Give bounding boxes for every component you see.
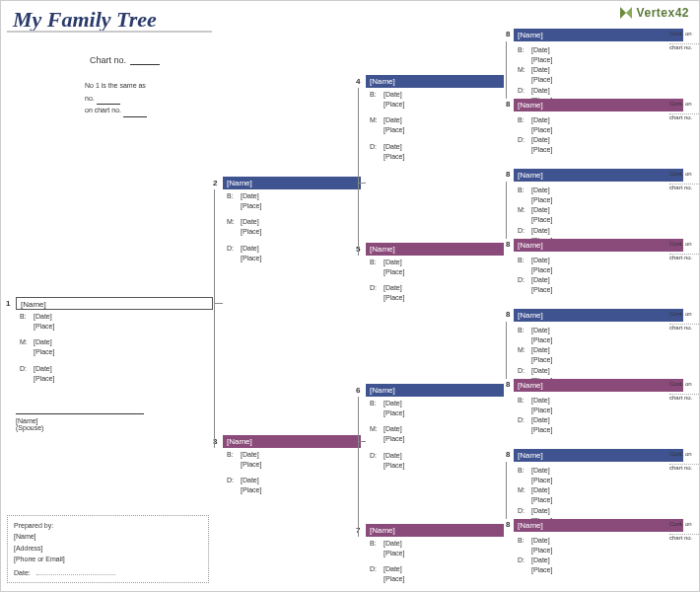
p1-d-place[interactable]: [Place] [34, 374, 54, 384]
p3-bd[interactable]: [Date] [241, 450, 259, 460]
prepared-address[interactable]: [Address] [14, 543, 202, 554]
p1-b-date[interactable]: [Date] [34, 312, 52, 322]
anc-dd[interactable]: [Date] [531, 86, 550, 96]
p6-dd[interactable]: [Date] [384, 451, 402, 461]
spouse-name[interactable]: [Name] [16, 417, 144, 424]
anc-bar[interactable]: [Name] [514, 169, 683, 182]
anc-bp[interactable]: [Place] [531, 265, 552, 275]
p6-md[interactable]: [Date] [384, 424, 402, 434]
p1-b-place[interactable]: [Place] [34, 322, 54, 332]
svg-marker-0 [620, 7, 626, 19]
p6-dp[interactable]: [Place] [384, 461, 404, 471]
p6-bd[interactable]: [Date] [384, 399, 402, 408]
p2-mp[interactable]: [Place] [241, 227, 261, 237]
p3-dp[interactable]: [Place] [241, 485, 261, 495]
anc-bar[interactable]: [Name] [514, 239, 683, 252]
anc-dp[interactable]: [Place] [531, 285, 552, 295]
p6-bar[interactable]: [Name] [366, 384, 504, 397]
anc-dd[interactable]: [Date] [531, 275, 550, 285]
prepared-by-box: Prepared by: [Name] [Address] [Phone or … [7, 515, 209, 583]
anc-dp[interactable]: [Place] [531, 425, 552, 435]
prepared-name[interactable]: [Name] [14, 531, 202, 542]
p2-bp[interactable]: [Place] [241, 201, 261, 211]
p5-dp[interactable]: [Place] [384, 293, 404, 303]
p1-m-place[interactable]: [Place] [34, 347, 54, 357]
p4-bar[interactable]: [Name] [366, 75, 504, 88]
p4-dd[interactable]: [Date] [384, 142, 402, 152]
p2-dp[interactable]: [Place] [241, 254, 261, 263]
anc-mp[interactable]: [Place] [531, 75, 552, 85]
anc-bp[interactable]: [Place] [531, 55, 552, 65]
anc-bar[interactable]: [Name] [514, 99, 683, 111]
anc-mp[interactable]: [Place] [531, 355, 552, 365]
p6-mp[interactable]: [Place] [384, 434, 404, 444]
anc-bd[interactable]: [Date] [531, 396, 550, 406]
anc-md[interactable]: [Date] [531, 485, 550, 495]
anc-bp[interactable]: [Place] [531, 406, 552, 415]
p4-mp[interactable]: [Place] [384, 125, 404, 135]
p4-fields: B:[Date] [Place] M:[Date] [Place] D:[Dat… [366, 88, 504, 162]
p4-dp[interactable]: [Place] [384, 152, 404, 162]
anc-dd[interactable]: [Date] [531, 366, 550, 376]
anc-bd[interactable]: [Date] [531, 466, 550, 476]
p2-dd[interactable]: [Date] [241, 244, 259, 254]
anc-bar[interactable]: [Name] [514, 309, 683, 322]
p2-bd[interactable]: [Date] [241, 191, 259, 201]
anc-bp[interactable]: [Place] [531, 195, 552, 205]
anc-bar[interactable]: [Name] [514, 449, 683, 462]
anc-bd[interactable]: [Date] [531, 326, 550, 335]
p5-bar[interactable]: [Name] [366, 243, 504, 256]
anc-mp[interactable]: [Place] [531, 215, 552, 225]
p5-dd[interactable]: [Date] [384, 283, 402, 293]
p7-dp[interactable]: [Place] [384, 574, 404, 584]
anc-dd[interactable]: [Date] [531, 506, 550, 516]
anc-bar[interactable]: [Name] [514, 379, 683, 392]
anc-bp[interactable]: [Place] [531, 335, 552, 345]
p1-m-date[interactable]: [Date] [34, 337, 52, 347]
anc-dd[interactable]: [Date] [531, 555, 550, 565]
p4-d: D: [370, 142, 384, 152]
p7-bd[interactable]: [Date] [384, 539, 402, 549]
p3-bp[interactable]: [Place] [241, 460, 261, 470]
person-3-bar[interactable]: [Name] [223, 435, 361, 448]
p4-bp[interactable]: [Place] [384, 100, 404, 110]
person-2-bar[interactable]: [Name] [223, 177, 361, 189]
prepared-contact[interactable]: [Phone or Email] [14, 554, 202, 564]
anc-bd[interactable]: [Date] [531, 45, 550, 55]
anc-bp[interactable]: [Place] [531, 546, 552, 555]
p7-bar[interactable]: [Name] [366, 524, 504, 537]
chart-number-field[interactable]: Chart no. [90, 55, 160, 65]
anc-bar[interactable]: [Name] [514, 519, 683, 532]
p7-dd[interactable]: [Date] [384, 564, 402, 574]
p5-bp[interactable]: [Place] [384, 267, 404, 277]
anc-md[interactable]: [Date] [531, 345, 550, 355]
anc-num: 8 [506, 100, 510, 109]
anc-dd[interactable]: [Date] [531, 415, 550, 425]
anc-md[interactable]: [Date] [531, 65, 550, 75]
p4-md[interactable]: [Date] [384, 115, 402, 125]
anc-dd[interactable]: [Date] [531, 226, 550, 236]
p3-dd[interactable]: [Date] [241, 476, 259, 485]
p4-bd[interactable]: [Date] [384, 90, 402, 100]
prepared-date-line[interactable] [36, 567, 115, 575]
p6-bp[interactable]: [Place] [384, 408, 404, 418]
anc-md[interactable]: [Date] [531, 205, 550, 215]
anc-mp[interactable]: [Place] [531, 495, 552, 505]
anc-bd[interactable]: [Date] [531, 115, 550, 125]
anc-dp[interactable]: [Place] [531, 145, 552, 155]
anc-bd[interactable]: [Date] [531, 536, 550, 546]
anc-dd[interactable]: [Date] [531, 135, 550, 145]
anc-dp[interactable]: [Place] [531, 565, 552, 575]
anc-num: 8 [506, 240, 510, 249]
p2-md[interactable]: [Date] [241, 217, 259, 227]
anc-bp[interactable]: [Place] [531, 125, 552, 135]
anc-bar[interactable]: [Name] [514, 29, 683, 41]
anc-bd[interactable]: [Date] [531, 256, 550, 265]
p7-bp[interactable]: [Place] [384, 549, 404, 558]
p5-bd[interactable]: [Date] [384, 258, 402, 267]
person-1-name-box[interactable]: [Name] [16, 297, 213, 310]
anc-bd[interactable]: [Date] [531, 185, 550, 195]
ancestor-15: 8[Name]Cont. onchart no.B:[Date][Place]D… [514, 519, 700, 576]
anc-bp[interactable]: [Place] [531, 476, 552, 485]
p1-d-date[interactable]: [Date] [34, 364, 52, 374]
